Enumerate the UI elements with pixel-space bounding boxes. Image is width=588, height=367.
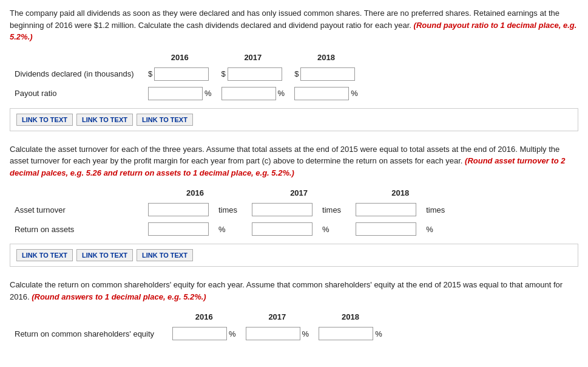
section1-row2-label: Payout ratio xyxy=(10,84,143,103)
section3-roe-2018-cell: % xyxy=(314,324,387,343)
section1-payout-2017-cell: % xyxy=(217,84,290,103)
section2-roa-2016-input[interactable] xyxy=(148,222,209,236)
section1-dividends-2018-input[interactable] xyxy=(300,67,355,81)
section1-pct1: % xyxy=(204,89,212,98)
section1-dollar1: $ xyxy=(148,69,152,78)
section2-asset-2016-cell xyxy=(143,200,214,219)
section2-roa-2018-input[interactable] xyxy=(356,222,416,236)
section3-roe-2018-input[interactable] xyxy=(319,327,373,340)
section3-header-empty xyxy=(10,310,167,324)
section1-payout-2018-input[interactable] xyxy=(294,87,349,100)
section2-asset-2017-input[interactable] xyxy=(252,203,313,216)
section3-roe-2017-cell: % xyxy=(241,324,314,343)
section2-roa-2016-cell xyxy=(143,219,214,239)
section1-payout-2016-input[interactable] xyxy=(148,87,203,100)
section2-times1: times xyxy=(214,200,247,219)
section2-row2-label: Return on assets xyxy=(10,219,143,239)
section1-table: 2016 2017 2018 Dividends declared (in th… xyxy=(10,50,578,103)
section3-col-2016: 2016 xyxy=(167,310,241,324)
section1-dividends-2017-cell: $ xyxy=(217,64,290,84)
section2-link3[interactable]: LINK TO TEXT xyxy=(137,249,193,261)
section2-asset-2017-cell xyxy=(247,200,317,219)
section2-asset-2016-input[interactable] xyxy=(148,203,209,216)
section3-roe-2017-input[interactable] xyxy=(246,327,300,340)
section2-col-2016: 2016 xyxy=(143,186,247,200)
section2-header-empty xyxy=(10,186,143,200)
section1-col-2018: 2018 xyxy=(289,50,363,64)
section2-asset-2018-input[interactable] xyxy=(356,203,416,216)
section1-payout-2016-cell: % xyxy=(143,84,217,103)
section1-link3[interactable]: LINK TO TEXT xyxy=(137,114,193,126)
section3-roe-2016-input[interactable] xyxy=(172,327,227,340)
section1-dividends-2018-cell: $ xyxy=(289,64,363,84)
section2-times2: times xyxy=(317,200,351,219)
section1-dollar3: $ xyxy=(294,69,299,78)
section2-table: 2016 2017 2018 Asset turnover times time… xyxy=(10,186,578,239)
section2-pct1: % xyxy=(214,219,247,239)
section1-payout-2017-input[interactable] xyxy=(221,87,276,100)
section3-table: 2016 2017 2018 Return on common sharehol… xyxy=(10,310,578,343)
section1-description: The company paid all dividends as soon a… xyxy=(10,7,578,43)
section1-dollar2: $ xyxy=(221,69,226,78)
section2-roa-2017-cell xyxy=(247,219,317,239)
section3-text-red: (Round answers to 1 decimal place, e.g. … xyxy=(32,292,206,301)
section2-links-box: LINK TO TEXT LINK TO TEXT LINK TO TEXT xyxy=(10,244,578,267)
section1-link1[interactable]: LINK TO TEXT xyxy=(16,114,73,126)
section1-header-empty xyxy=(10,50,143,64)
section2-link2[interactable]: LINK TO TEXT xyxy=(76,249,133,261)
section1-links-box: LINK TO TEXT LINK TO TEXT LINK TO TEXT xyxy=(10,108,578,131)
section2-roa-2018-cell xyxy=(351,219,421,239)
section3-pct3: % xyxy=(375,329,382,338)
section2-roa-2017-input[interactable] xyxy=(252,222,313,236)
section3-description: Calculate the return on common sharehold… xyxy=(10,279,578,303)
section1-payout-2018-cell: % xyxy=(289,84,363,103)
section1-dividends-2016-cell: $ xyxy=(143,64,217,84)
section1-pct2: % xyxy=(278,89,285,98)
section2-description: Calculate the asset turnover for each of… xyxy=(10,143,578,179)
section1-link2[interactable]: LINK TO TEXT xyxy=(76,114,133,126)
section2-pct2: % xyxy=(317,219,351,239)
section2-col-2017: 2017 xyxy=(247,186,351,200)
section2-col-2018: 2018 xyxy=(351,186,450,200)
section1-dividends-2017-input[interactable] xyxy=(228,67,282,81)
section3-col-2018: 2018 xyxy=(314,310,387,324)
section2-pct3: % xyxy=(421,219,450,239)
section3-pct2: % xyxy=(302,329,309,338)
section2-link1[interactable]: LINK TO TEXT xyxy=(16,249,73,261)
section1-col-2017: 2017 xyxy=(217,50,290,64)
section3-col-2017: 2017 xyxy=(241,310,314,324)
section1-row1-label: Dividends declared (in thousands) xyxy=(10,64,143,84)
section1-pct3: % xyxy=(351,89,358,98)
section2-row1-label: Asset turnover xyxy=(10,200,143,219)
section2-times3: times xyxy=(421,200,450,219)
section3-roe-2016-cell: % xyxy=(167,324,241,343)
section1-dividends-2016-input[interactable] xyxy=(154,67,209,81)
section3-pct1: % xyxy=(229,329,236,338)
section3-row1-label: Return on common shareholders' equity xyxy=(10,324,167,343)
section1-col-2016: 2016 xyxy=(143,50,217,64)
section2-asset-2018-cell xyxy=(351,200,421,219)
